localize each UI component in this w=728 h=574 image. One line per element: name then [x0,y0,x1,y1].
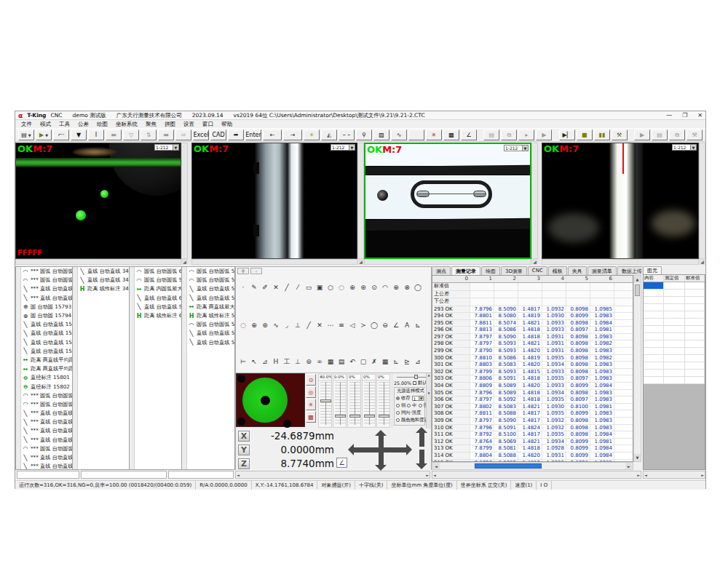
image-button-icon[interactable]: ◭ [321,129,337,140]
element-row[interactable] [644,311,705,319]
save-button-icon[interactable]: ▤▼ [18,129,34,140]
element-row[interactable] [644,370,705,377]
measure-tool-icon[interactable]: ⊛ [261,321,269,330]
table-row[interactable]: 300 OK7.88108.50861.48191.09350.80981.09… [432,355,633,362]
list-item[interactable]: ╲*** 直线 自动直线 [21,294,72,303]
list-item[interactable]: ↔距离 两直线平均距 [21,356,72,364]
list-item[interactable]: ◠圆弧 自动圆弧 66 [135,267,181,276]
tolerance-row[interactable]: 上公差 [432,291,633,299]
measure-tool-icon[interactable]: ⊕ [250,321,258,330]
camera-4-hscrollbar[interactable] [542,259,699,265]
menu-item-11[interactable]: 帮助 [221,121,232,128]
chart-button-icon[interactable]: ∠ [461,129,477,140]
results-tab-夹具[interactable]: 夹具 [568,266,587,275]
measure-tool-icon[interactable]: ⊥ [293,321,302,330]
list-item[interactable]: ╲直线 自动直线 55 [187,294,234,303]
list-item[interactable]: H距离 线性标注 66 [135,311,181,320]
toolbox-zoom-tab[interactable]: ⚲ [237,268,249,274]
camera-view-4[interactable]: OKM:7 1-212▼ ◢ [542,143,705,265]
menu-item-9[interactable]: 设置 [183,121,194,128]
dither-button-icon[interactable]: ▩ [443,129,459,140]
scroll-right-icon[interactable]: ► [625,463,633,469]
measure-tool-icon[interactable]: H [272,357,280,366]
menu-item-3[interactable]: 工具 [59,121,70,128]
list-item[interactable]: ⊕圆 自动圆 15793 [21,303,72,311]
measure-tool-icon[interactable]: ✕ [315,321,324,330]
element-tab[interactable]: 图元 [643,266,662,274]
hatch-button-icon[interactable]: ▨ [373,129,389,140]
arrow-left-button-icon[interactable]: ← [263,129,282,140]
list-item[interactable]: ╲*** 直线 自动直线 [21,436,72,445]
measure-tool-icon[interactable]: ∿ [272,321,280,330]
element-row[interactable] [644,326,705,333]
element-row[interactable] [644,348,705,355]
measure-tool-icon[interactable]: ⊕ [392,283,400,292]
measure-tool-icon[interactable]: ▢ [359,357,368,366]
table-row[interactable]: 295 OK7.88118.50741.48211.09330.80981.09… [432,320,633,327]
table-row[interactable]: 296 OK7.88138.50861.48181.09330.80971.09… [432,327,633,334]
measure-tool-icon[interactable]: ≡ [337,321,346,330]
list-item[interactable]: ╲直线 自动直线 34 [78,267,129,276]
minus-minus-button[interactable]: – – [339,129,355,140]
menu-item-4[interactable]: 公差 [78,121,89,128]
table-row[interactable]: 307 OK7.88028.50831.48211.09300.81001.09… [432,404,633,411]
cad-button[interactable]: CAD [210,129,226,140]
list-item[interactable]: ◠*** 圆弧 自动圆弧 [21,445,72,453]
slider-thumb[interactable] [320,399,331,402]
camera-3-resize-grip-icon[interactable]: ◢ [531,259,538,265]
camera-view-2[interactable]: OKM:7 1-212▼ ◢ [191,143,364,265]
table-row[interactable]: 313 OK7.87998.50811.48181.09280.80991.09… [432,445,633,453]
table-row[interactable]: 306 OK7.87978.50921.48181.09350.80971.09… [432,396,633,404]
camera-2-vscrollbar[interactable] [357,143,364,259]
toolbox-collapse-button[interactable]: ‹ [250,268,262,274]
measure-tool-icon[interactable]: ⊥ [293,357,302,366]
element-row[interactable] [644,362,705,370]
light-button-icon[interactable]: ☀ [304,129,320,140]
list-item[interactable]: ⊖直径标注 15802 [21,382,72,391]
zoom-button-icon[interactable]: ⚲ [356,129,372,140]
results-footer-scrollbar[interactable]: ◄► [432,471,641,479]
list-item[interactable]: ╲*** 直线 自动直线 [21,453,72,462]
measure-tool-icon[interactable]: A [403,321,411,330]
measure-tool-icon[interactable]: ✗ [370,357,379,366]
element-row[interactable] [644,290,705,297]
element-row[interactable] [644,282,705,290]
list-item[interactable]: H距离 线性标注 34 [78,284,129,293]
table-row[interactable]: 304 OK7.88098.50891.48201.09330.80991.09… [432,383,633,390]
measure-tool-icon[interactable]: ⊚ [304,357,313,366]
maximize-button[interactable]: ❐ [682,112,687,119]
list-item[interactable]: ↔距离 两直线平均距 [21,364,72,373]
tolerance-row[interactable]: 下公差 [432,298,633,306]
list-item[interactable]: ◠*** 圆弧 自动圆弧 [21,276,72,284]
camera-2-hscrollbar[interactable] [191,259,357,265]
element-row[interactable] [644,355,705,362]
table-row[interactable]: 297 OK7.87978.50901.48181.09310.80981.09… [432,334,633,341]
list-item[interactable]: ╲直线 自动直线 15 [21,320,72,329]
jog-y-arrows-icon[interactable] [379,434,384,466]
angle-mode-button[interactable]: ∠ [336,458,347,468]
results-hscrollbar[interactable]: ◄ ► [432,462,633,470]
enter-button[interactable]: Enter [245,129,261,140]
setup-button-icon[interactable]: ⚒ [612,129,628,140]
camera-view-1[interactable]: OKM:7 1-212▼ FFFFF ◢ [15,143,188,265]
measure-tool-icon[interactable]: 工 [282,357,291,366]
measure-tool-icon[interactable]: ▤ [337,357,346,366]
slider-thumb[interactable] [349,415,360,418]
list-item[interactable]: ╲直线 自动直线 55 [187,284,234,293]
element-footer-scrollbar[interactable]: ◄► [643,471,705,479]
stop-button-icon[interactable]: ■ [577,129,593,140]
measure-tool-icon[interactable]: ◌ [337,283,346,292]
curve-button-icon[interactable]: ∿ [391,129,407,140]
list-item[interactable]: ◠圆弧 自动圆弧 55 [187,267,234,276]
measure-tool-icon[interactable]: ◯ [370,321,379,330]
blank-button-icon[interactable] [408,129,424,140]
table-row[interactable]: 293 OK7.87968.50901.48171.09320.80981.09… [432,306,633,314]
measure-tool-icon[interactable]: ◁ [348,321,357,330]
ring-light-indicator[interactable] [236,373,305,427]
table-row[interactable]: 294 OK7.88018.50801.48191.09300.80991.09… [432,313,633,320]
list-item[interactable]: ╲直线 自动直线 55 [187,338,234,347]
light-slider-4[interactable]: 0% [362,374,376,428]
measure-tool-icon[interactable]: ◞ [282,321,291,330]
menu-item-10[interactable]: 窗口 [202,121,213,128]
measure-tool-icon[interactable]: ∠ [392,321,400,330]
